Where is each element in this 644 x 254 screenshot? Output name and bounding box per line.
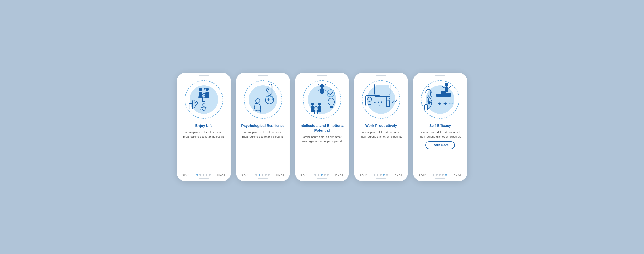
dot	[314, 174, 316, 176]
dot	[262, 174, 263, 176]
self-efficacy-icon: ★ ★ ★	[422, 81, 458, 118]
screen-title-psych: Psychological Resilience	[241, 123, 284, 128]
screen-body-self-efficacy: Lorem ipsum dolor sit dim amet, mea regi…	[418, 130, 463, 139]
svg-point-10	[311, 103, 314, 106]
dot	[268, 174, 270, 176]
icon-area-work: ★★★	[360, 79, 402, 120]
next-label-4[interactable]: NEXT	[395, 173, 403, 176]
dot	[318, 174, 319, 176]
next-label-3[interactable]: NEXT	[335, 173, 344, 176]
svg-rect-0	[189, 103, 193, 109]
skip-label-2[interactable]: SKIP	[241, 173, 249, 176]
svg-rect-23	[436, 94, 441, 97]
intellectual-icon	[304, 81, 340, 118]
dots-1	[196, 174, 211, 176]
svg-point-2	[206, 88, 209, 91]
psych-resilience-icon	[246, 83, 280, 116]
dot	[433, 174, 434, 176]
dot-active	[196, 174, 198, 176]
dots-4	[374, 174, 388, 176]
dot	[255, 174, 257, 176]
svg-point-9	[327, 90, 334, 97]
dot	[377, 174, 378, 176]
screen-intellectual-emotional: Intellectual and Emotional Potential Lor…	[295, 73, 349, 181]
dot	[436, 174, 438, 176]
screen-enjoy-life: Enjoy Life Lorem ipsum dolor sit dim ame…	[177, 73, 231, 181]
svg-point-11	[318, 103, 321, 106]
dots-5	[433, 174, 447, 176]
svg-point-4	[203, 104, 205, 106]
screen-title-enjoy-life: Enjoy Life	[195, 123, 213, 128]
next-label-5[interactable]: NEXT	[454, 173, 462, 176]
dot	[199, 174, 201, 176]
dot-active	[259, 174, 260, 176]
dot	[442, 174, 444, 176]
dot-active	[321, 174, 323, 176]
screen-body-psych: Lorem ipsum dolor sit dim amet, mea regi…	[240, 130, 285, 139]
skip-label-1[interactable]: SKIP	[182, 173, 190, 176]
work-productively-icon: ★★★	[363, 81, 399, 118]
skip-label-3[interactable]: SKIP	[300, 173, 308, 176]
svg-text:★★★: ★★★	[373, 100, 383, 104]
dot	[324, 174, 326, 176]
dots-2	[255, 174, 270, 176]
dots-3	[314, 174, 329, 176]
screen-psychological-resilience: Psychological Resilience Lorem ipsum dol…	[236, 73, 290, 181]
screen-body-intellectual: Lorem ipsum dolor sit dim amet, mea regi…	[299, 135, 345, 143]
nav-row-3: SKIP NEXT	[299, 171, 345, 177]
dot	[386, 174, 388, 176]
dot	[327, 174, 329, 176]
svg-point-5	[256, 99, 260, 103]
learn-more-button[interactable]: Learn more	[425, 141, 455, 149]
dot	[439, 174, 441, 176]
nav-row-2: SKIP NEXT	[240, 171, 285, 177]
screens-container: Enjoy Life Lorem ipsum dolor sit dim ame…	[177, 73, 467, 181]
svg-text:★: ★	[443, 101, 447, 107]
enjoy-life-icon	[187, 83, 221, 116]
screen-body-enjoy-life: Lorem ipsum dolor sit dim amet, mea regi…	[181, 130, 226, 139]
dot	[206, 174, 207, 176]
svg-rect-22	[441, 91, 446, 97]
svg-rect-14	[376, 85, 389, 94]
dot	[209, 174, 211, 176]
next-label-1[interactable]: NEXT	[217, 173, 225, 176]
svg-point-3	[203, 93, 205, 96]
screen-self-efficacy: ★ ★ ★	[413, 73, 467, 181]
screen-title-self-efficacy: Self-Efficacy	[429, 123, 451, 128]
dot	[203, 174, 204, 176]
icon-area-self-efficacy: ★ ★ ★	[419, 79, 461, 120]
icon-area-psych	[242, 79, 284, 120]
nav-row-4: SKIP NEXT	[359, 171, 404, 177]
icon-area-enjoy-life	[183, 79, 225, 120]
next-label-2[interactable]: NEXT	[276, 173, 284, 176]
svg-text:★: ★	[449, 101, 453, 107]
dot	[380, 174, 382, 176]
dot	[374, 174, 375, 176]
dot-active	[445, 174, 447, 176]
dot	[265, 174, 267, 176]
svg-text:★: ★	[438, 101, 442, 107]
skip-label-5[interactable]: SKIP	[419, 173, 426, 176]
svg-point-19	[386, 97, 389, 100]
svg-point-29	[427, 87, 430, 90]
dot-active	[383, 174, 385, 176]
screen-title-work: Work Productively	[365, 123, 397, 128]
nav-row-5: SKIP NEXT	[418, 171, 463, 177]
svg-point-21	[445, 83, 448, 87]
svg-rect-8	[320, 88, 324, 94]
screen-body-work: Lorem ipsum dolor sit dim amet, mea regi…	[359, 130, 404, 139]
svg-point-1	[199, 88, 202, 91]
skip-label-4[interactable]: SKIP	[360, 173, 367, 176]
nav-row-1: SKIP NEXT	[181, 171, 226, 177]
svg-rect-24	[446, 93, 451, 97]
screen-title-intellectual: Intellectual and Emotional Potential	[299, 123, 345, 133]
screen-work-productively: ★★★ Work Productively Lorem ipsum dolor …	[354, 73, 408, 181]
icon-area-intellectual	[301, 79, 343, 120]
